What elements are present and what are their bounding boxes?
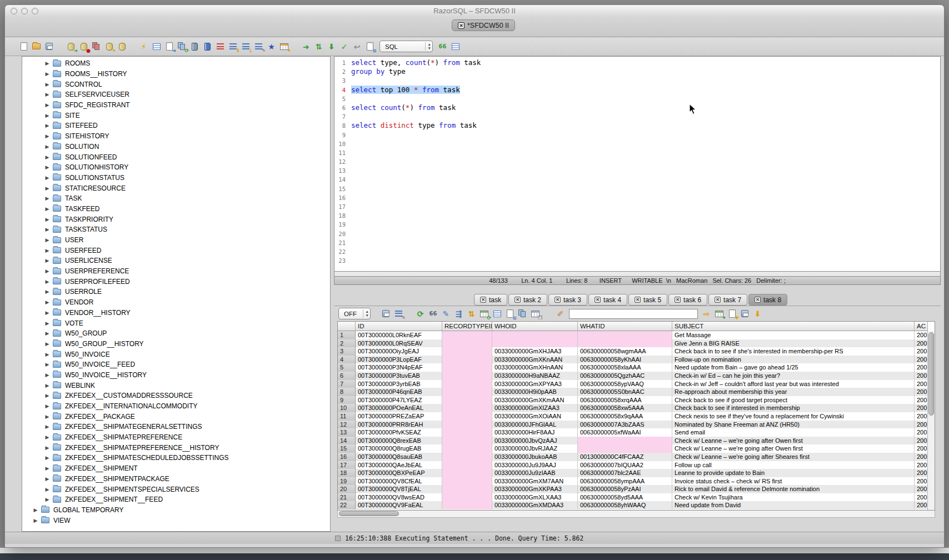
cell-what[interactable]: [578, 339, 672, 348]
form-view-icon[interactable]: [491, 308, 503, 319]
execute-forward-icon[interactable]: ➜: [300, 41, 312, 52]
cell-who[interactable]: 0033000000JbvQzAAJ: [492, 437, 578, 445]
result-tab-task-2[interactable]: ✕task 2: [508, 294, 547, 306]
disclosure-triangle-icon[interactable]: ▶: [44, 133, 50, 139]
tree-item-scontrol[interactable]: ▶SCONTROL: [22, 79, 330, 89]
save-file-icon[interactable]: [43, 41, 55, 52]
cell-rt[interactable]: [442, 477, 492, 486]
table-row[interactable]: 1300T3000000PfvKSEAZ0033000000HirF8AAJ00…: [338, 428, 928, 437]
format-sql-icon[interactable]: ✎: [253, 41, 264, 52]
cell-who[interactable]: 0033000000GmXIZAA3: [492, 404, 578, 412]
notebook-icon[interactable]: [189, 41, 201, 52]
close-result-tab-icon[interactable]: ✕: [480, 297, 486, 303]
cell-rt[interactable]: [442, 428, 492, 437]
cell-rt[interactable]: [442, 380, 492, 388]
cell-id[interactable]: 00T3000000QV9FaEAL: [356, 501, 442, 509]
cell-who[interactable]: 0033000000H9aNBAAZ: [492, 372, 578, 380]
tree-item-solution[interactable]: ▶SOLUTION: [22, 142, 330, 152]
tree-item-w50_invoice__history[interactable]: ▶W50_INVOICE__HISTORY: [22, 370, 330, 381]
tree-item-rooms[interactable]: ▶ROOMS: [22, 58, 330, 69]
cell-ac[interactable]: 200: [915, 477, 928, 486]
column-header-whoid[interactable]: WHOID: [492, 322, 578, 331]
tree-item-vendor__history[interactable]: ▶VENDOR__HISTORY: [22, 308, 330, 318]
disclosure-triangle-icon[interactable]: ▶: [44, 497, 50, 502]
cell-ac[interactable]: 200: [915, 388, 928, 396]
cell-id[interactable]: 00T3000000P46qnEAB: [356, 388, 442, 396]
edit-cell-icon[interactable]: ✎: [440, 308, 452, 319]
cell-who[interactable]: [492, 331, 578, 339]
column-header-subject[interactable]: SUBJECT: [672, 322, 915, 331]
cell-rt[interactable]: [442, 501, 492, 509]
code-line[interactable]: [351, 112, 940, 121]
cell-what[interactable]: 006300000058ympAAA: [578, 477, 672, 486]
close-result-tab-icon[interactable]: ✕: [675, 297, 681, 303]
cell-rt[interactable]: [442, 469, 492, 477]
cell-who[interactable]: 0033000000GmXKmAAN: [492, 396, 578, 404]
cell-rt[interactable]: [442, 444, 492, 453]
table-row[interactable]: 400T3000000P3LopEAF0033000000GmXKnAAN006…: [338, 356, 928, 364]
column-header-id[interactable]: ID: [356, 322, 442, 331]
disclosure-triangle-icon[interactable]: ▶: [44, 383, 50, 388]
column-header-recordtypeid[interactable]: RECORDTYPEID: [442, 322, 492, 331]
cell-subj[interactable]: Rick to email David & reference Delmonte…: [672, 485, 915, 493]
code-line[interactable]: [351, 157, 940, 166]
cell-ac[interactable]: 200: [915, 404, 928, 412]
tree-item-zkfedex__shipmatepreference__history[interactable]: ▶ZKFEDEX__SHIPMATEPREFERENCE__HISTORY: [22, 442, 330, 453]
cell-ac[interactable]: 200: [915, 428, 928, 437]
cell-who[interactable]: 0033000000H9i0pAAB: [492, 388, 578, 396]
cell-rt[interactable]: [442, 437, 492, 445]
close-result-tab-icon[interactable]: ✕: [555, 297, 561, 303]
fetch-down-icon[interactable]: ⬇: [326, 41, 337, 52]
cell-subj[interactable]: Send email: [672, 428, 915, 437]
cell-what[interactable]: [578, 331, 672, 339]
result-tab-task-3[interactable]: ✕task 3: [548, 294, 587, 306]
commit-icon[interactable]: ✓: [338, 41, 350, 52]
cell-id[interactable]: 00T3000000OiyJgEAJ: [356, 347, 442, 356]
disclosure-triangle-icon[interactable]: ▶: [44, 237, 50, 243]
cell-ac[interactable]: 200: [915, 356, 928, 364]
cell-id[interactable]: 00T3000000P3LopEAF: [356, 356, 442, 364]
table-row[interactable]: 1900T3000000QV8CfEAL0033000000GmXM7AAN00…: [338, 477, 928, 486]
cell-rt[interactable]: [442, 404, 492, 412]
disclosure-triangle-icon[interactable]: ▶: [44, 164, 50, 170]
disclosure-triangle-icon[interactable]: ▶: [44, 299, 50, 305]
cell-who[interactable]: 0033000000GmXHJAA3: [492, 347, 578, 356]
disclosure-triangle-icon[interactable]: ▶: [44, 71, 50, 77]
disclosure-triangle-icon[interactable]: ▶: [33, 507, 38, 513]
tree-item-zkfedex__package[interactable]: ▶ZKFEDEX__PACKAGE: [22, 411, 330, 422]
cell-id[interactable]: 00T3000000QAeJbEAL: [356, 461, 442, 469]
connect-icon[interactable]: ➜: [65, 41, 77, 52]
cell-who[interactable]: 0033000000HirF8AAJ: [492, 428, 578, 437]
cell-subj[interactable]: Follow-up on nomination: [672, 356, 915, 364]
cell-subj[interactable]: Check nexis to see if they've found a re…: [672, 412, 915, 421]
cell-subj[interactable]: Check-in w/ Ed – can he join this year?: [672, 372, 915, 380]
cell-subj[interactable]: Check back to see if good target prospec…: [672, 396, 915, 404]
cell-who[interactable]: 0033000000GmXOiAAN: [492, 412, 578, 421]
tree-item-taskstatus[interactable]: ▶TASKSTATUS: [22, 224, 330, 235]
cell-id[interactable]: 00T3000000POeAnEAL: [356, 404, 442, 412]
cell-ac[interactable]: 200: [915, 461, 928, 469]
disclosure-triangle-icon[interactable]: ▶: [44, 61, 50, 66]
cell-id[interactable]: 00T3000000P3yrbEAB: [356, 380, 442, 388]
result-tab-task-5[interactable]: ✕task 5: [628, 294, 667, 306]
tree-item-w50_invoice__feed[interactable]: ▶W50_INVOICE__FEED: [22, 359, 330, 370]
cell-subj[interactable]: Check back to see if interested in membe…: [672, 404, 915, 412]
code-line[interactable]: [351, 94, 940, 103]
execute-sql-icon[interactable]: ⚡: [138, 41, 149, 52]
cell-who[interactable]: 0033000000GmXKPAA3: [492, 485, 578, 493]
cell-subj[interactable]: Nominated by Shane Freeman at ANZ (HR50): [672, 421, 915, 429]
disclosure-triangle-icon[interactable]: ▶: [44, 82, 50, 87]
table-row[interactable]: 1700T3000000QAeJbEAL0033000000Ju9J9AAJ00…: [338, 461, 928, 469]
result-tab-task-8[interactable]: ✕task 8: [748, 294, 787, 306]
table-row[interactable]: 1100T3000000PREZaEAP0033000000GmXOiAAN00…: [338, 412, 928, 421]
cell-ac[interactable]: 200: [915, 372, 928, 380]
result-tab-task-6[interactable]: ✕task 6: [668, 294, 707, 306]
cell-ac[interactable]: 200: [915, 380, 928, 388]
pen-icon[interactable]: ✐: [555, 308, 566, 319]
disclosure-triangle-icon[interactable]: ▶: [44, 175, 50, 181]
cell-rt[interactable]: [442, 356, 492, 364]
download-icon[interactable]: ⬇: [752, 308, 763, 319]
cell-id[interactable]: 00T3000000QV8CfEAL: [356, 477, 442, 486]
tree-item-zkfedex__shipmentspecialservices[interactable]: ▶ZKFEDEX__SHIPMENTSPECIALSERVICES: [22, 484, 330, 494]
disclosure-triangle-icon[interactable]: ▶: [44, 258, 50, 263]
